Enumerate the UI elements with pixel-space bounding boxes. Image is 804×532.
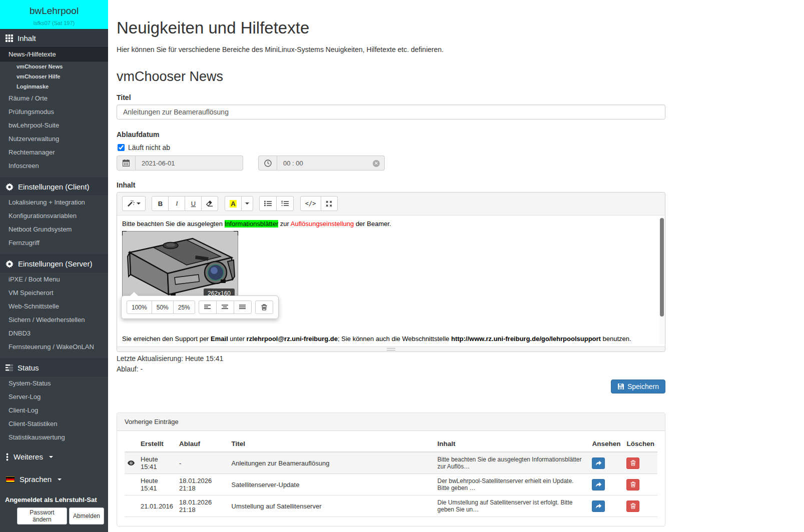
view-entry-button[interactable] (592, 500, 605, 512)
no-expiry-checkbox[interactable] (118, 144, 125, 151)
sidebar-item-statistikauswertung[interactable]: Statistikauswertung (0, 430, 108, 444)
time-input[interactable]: 00 : 00 ✕ (277, 156, 385, 170)
sidebar-item-client-log[interactable]: Client-Log (0, 404, 108, 417)
embedded-projector-image[interactable]: 262x160 (122, 231, 238, 302)
scrollbar-thumb[interactable] (660, 218, 664, 316)
sidebar-item-vmchooser-news[interactable]: vmChooser News (0, 62, 108, 72)
align-center-button[interactable] (216, 300, 234, 314)
title-input[interactable] (117, 104, 665, 120)
text-run: Sie erreichen den Support per (122, 335, 211, 342)
gear-icon (6, 260, 14, 268)
trash-icon (630, 460, 636, 466)
cell-created: Heute 15:41 (138, 474, 176, 496)
calendar-icon (117, 156, 136, 170)
sidebar-item-vmchooser-hilfe[interactable]: vmChooser Hilfe (0, 72, 108, 82)
sidebar-item-fernsteuerung-wakeonlan[interactable]: Fernsteuerung / WakeOnLAN (0, 340, 108, 354)
cell-expiry: - (176, 452, 229, 474)
resize-grip-icon (387, 348, 395, 350)
trash-icon (630, 503, 636, 509)
font-color-dropdown[interactable] (241, 196, 253, 211)
delete-entry-button[interactable] (626, 458, 639, 469)
change-password-button[interactable]: Passwort ändern (17, 508, 67, 524)
clear-format-button[interactable] (201, 196, 218, 211)
sidebar-item-rechtemanager[interactable]: Rechtemanager (0, 146, 108, 159)
sidebar-item-dnbd3[interactable]: DNBD3 (0, 326, 108, 340)
view-entry-button[interactable] (592, 479, 605, 490)
style-magic-button[interactable] (122, 196, 146, 211)
sidebar-account: Angemeldet als Lehrstuhl-Sat Passwort än… (0, 489, 108, 524)
fullscreen-button[interactable] (321, 196, 338, 211)
content-label: Inhalt (117, 181, 674, 189)
last-update-text: Letzte Aktualisierung: Heute 15:41 (117, 354, 674, 362)
sidebar-item-sichern-wiederherstellen[interactable]: Sichern / Wiederherstellen (0, 313, 108, 326)
sidebar-item-system-status[interactable]: System-Status (0, 376, 108, 390)
align-left-button[interactable] (199, 300, 217, 314)
brand-header: bwLehrpool lsfks07 (Sat 197) (0, 0, 108, 29)
sidebar-item-pr-fungsmodus[interactable]: Prüfungsmodus (0, 105, 108, 118)
sidebar-item-vm-speicherort[interactable]: VM Speicherort (0, 286, 108, 300)
unordered-list-button[interactable] (259, 196, 277, 211)
table-row[interactable]: Heute 15:41-Anleitungen zur Beamerauflös… (125, 452, 657, 474)
resize-100-button[interactable]: 100% (127, 300, 152, 314)
col-expiry: Ablauf (176, 436, 229, 452)
support-url: http://www.rz.uni-freiburg.de/go/lehrpoo… (451, 335, 601, 342)
sidebar-item-lokalisierung-integration[interactable]: Lokalisierung + Integration (0, 196, 108, 209)
clock-icon (258, 156, 277, 170)
sidebar-item-loginmaske[interactable]: Loginmaske (0, 82, 108, 92)
text-run: unter (228, 335, 247, 342)
logout-button[interactable]: Abmelden (69, 508, 104, 524)
editor-content-area[interactable]: Bitte beachten Sie die ausgelegten Infor… (117, 216, 665, 346)
italic-button[interactable]: I (168, 196, 185, 211)
list-ul-icon (264, 200, 272, 206)
sidebar-item-r-ume-orte[interactable]: Räume / Orte (0, 92, 108, 105)
resize-handle[interactable] (122, 231, 127, 236)
clear-time-icon[interactable]: ✕ (373, 160, 380, 167)
sidebar-item-client-statistiken[interactable]: Client-Statistiken (0, 417, 108, 430)
view-entry-button[interactable] (592, 458, 605, 469)
panel-title: Vorherige Einträge (117, 413, 665, 431)
nav-section-label: Status (18, 364, 39, 372)
cell-title: Satellitenserver-Update (229, 474, 435, 496)
text-run: Bitte beachten Sie die ausgelegten (122, 220, 225, 228)
col-created: Erstellt (138, 436, 176, 452)
nav-section-header: Einstellungen (Client) (0, 178, 108, 196)
sidebar-item-infoscreen[interactable]: Infoscreen (0, 159, 108, 172)
save-button[interactable]: Speichern (611, 380, 665, 394)
server-label: lsfks07 (Sat 197) (0, 20, 108, 26)
sidebar-item-news-hilfetexte[interactable]: News-/Hilfetexte (0, 47, 108, 62)
sidebar-item-bwlehrpool-suite[interactable]: bwLehrpool-Suite (0, 118, 108, 132)
remove-image-button[interactable] (255, 300, 273, 314)
title-label: Titel (117, 94, 674, 102)
resize-50-button[interactable]: 50% (152, 300, 174, 314)
resize-25-button[interactable]: 25% (173, 300, 195, 314)
editor-resize-bar[interactable] (117, 346, 665, 352)
delete-entry-button[interactable] (626, 479, 639, 490)
sidebar-item-ipxe-boot-menu[interactable]: iPXE / Boot Menu (0, 272, 108, 286)
font-color-button[interactable]: A (225, 196, 242, 211)
sidebar-nav: InhaltNews-/HilfetextevmChooser NewsvmCh… (0, 29, 108, 444)
no-expiry-row: Läuft nicht ab (118, 144, 674, 152)
sidebar-item-web-schnittstelle[interactable]: Web-Schnittstelle (0, 300, 108, 313)
chevron-down-icon (245, 202, 249, 204)
align-justify-button[interactable] (234, 300, 252, 314)
nav-section-label: Einstellungen (Server) (18, 260, 92, 268)
richtext-editor: B I U A </> (117, 192, 665, 352)
code-view-button[interactable]: </> (300, 196, 321, 211)
sidebar-item-fernzugriff[interactable]: Fernzugriff (0, 236, 108, 250)
sidebar-item-more[interactable]: Weiteres (0, 447, 108, 466)
cell-expiry: 18.01.2026 21:18 (176, 496, 229, 517)
sidebar-item-languages[interactable]: Sprachen (0, 470, 108, 489)
sidebar-item-netboot-grundsystem[interactable]: Netboot Grundsystem (0, 222, 108, 236)
underline-button[interactable]: U (185, 196, 202, 211)
sidebar-item-server-log[interactable]: Server-Log (0, 390, 108, 404)
table-row[interactable]: Heute 15:4118.01.2026 21:18Satellitenser… (125, 474, 657, 496)
sidebar-item-konfigurationsvariablen[interactable]: Konfigurationsvariablen (0, 209, 108, 222)
bold-button[interactable]: B (152, 196, 169, 211)
delete-entry-button[interactable] (626, 500, 639, 512)
resize-handle[interactable] (234, 231, 238, 236)
table-row[interactable]: 21.01.201618.01.2026 21:18Umstellung auf… (125, 496, 657, 517)
date-input[interactable]: 2021-06-01 (136, 156, 243, 170)
sidebar-item-nutzerverwaltung[interactable]: Nutzerverwaltung (0, 132, 108, 146)
ordered-list-button[interactable] (276, 196, 294, 211)
current-indicator-cell (125, 496, 138, 517)
